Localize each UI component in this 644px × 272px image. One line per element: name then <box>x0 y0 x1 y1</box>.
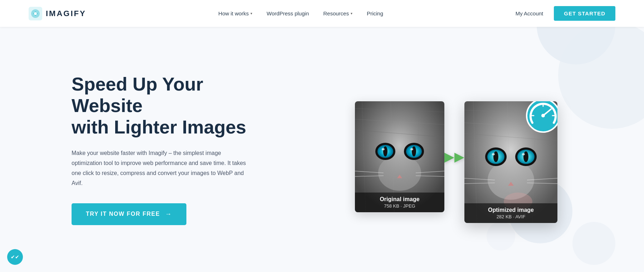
speed-gauge-icon <box>525 101 557 133</box>
svg-point-14 <box>382 148 385 150</box>
chevron-down-icon-2: ▾ <box>351 11 352 15</box>
logo-text: IMAGIFY <box>46 9 86 18</box>
svg-point-18 <box>410 148 413 150</box>
svg-point-10 <box>378 155 421 191</box>
image-comparison: Original image 758 KB · JPEG ▶▶ <box>355 91 557 223</box>
hero-description: Make your website faster with Imagify – … <box>72 148 250 188</box>
svg-point-40 <box>493 151 498 162</box>
bottom-badge[interactable]: ✔✔ <box>7 249 23 265</box>
main-nav: How it works ▾ WordPress plugin Resource… <box>218 10 383 16</box>
svg-point-45 <box>522 153 525 155</box>
conversion-arrow: ▶▶ <box>441 149 468 164</box>
svg-point-44 <box>523 151 528 162</box>
get-started-button[interactable]: GET STARTED <box>554 6 615 21</box>
arrow-icon: → <box>165 210 172 218</box>
header: IMAGIFY How it works ▾ WordPress plugin … <box>0 0 644 27</box>
my-account-link[interactable]: My Account <box>516 10 543 16</box>
hero-title: Speed Up Your Website with Lighter Image… <box>72 74 268 138</box>
checkmark-icon: ✔✔ <box>11 254 19 260</box>
svg-point-13 <box>383 146 387 156</box>
svg-point-41 <box>492 153 495 155</box>
svg-point-26 <box>541 114 545 117</box>
forward-arrows-icon: ▶▶ <box>444 149 464 164</box>
nav-pricing[interactable]: Pricing <box>367 10 383 16</box>
nav-resources[interactable]: Resources ▾ <box>323 10 352 16</box>
optimized-image-card: Optimized image 282 KB · AVIF <box>464 101 557 223</box>
nav-how-it-works[interactable]: How it works ▾ <box>218 10 252 16</box>
hero-text-section: Speed Up Your Website with Lighter Image… <box>72 74 268 225</box>
nav-right: My Account GET STARTED <box>516 6 615 21</box>
svg-point-2 <box>34 12 37 15</box>
hero-visual: Original image 758 KB · JPEG ▶▶ <box>268 27 644 272</box>
nav-wordpress-plugin[interactable]: WordPress plugin <box>267 10 309 16</box>
cta-button[interactable]: TRY IT NOW FOR FREE → <box>72 203 186 225</box>
original-image-card: Original image 758 KB · JPEG <box>355 101 444 212</box>
logo[interactable]: IMAGIFY <box>29 7 86 20</box>
logo-icon <box>29 7 42 20</box>
optimized-image-label: Optimized image 282 KB · AVIF <box>464 203 557 223</box>
main-content: Speed Up Your Website with Lighter Image… <box>0 27 644 272</box>
original-image-label: Original image 758 KB · JPEG <box>355 193 444 212</box>
svg-point-17 <box>412 146 416 156</box>
chevron-down-icon: ▾ <box>250 11 252 15</box>
